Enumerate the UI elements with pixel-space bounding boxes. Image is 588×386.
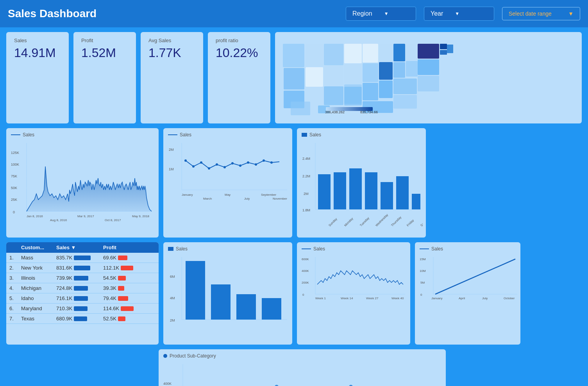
date-range-chevron-icon: ▼ [568, 11, 574, 17]
svg-rect-1 [283, 44, 304, 67]
svg-text:5M: 5M [420, 281, 425, 284]
region-chevron-icon: ▼ [384, 11, 389, 16]
svg-text:50K: 50K [11, 186, 17, 190]
weekly-bar-title-row: Sales [302, 132, 421, 138]
svg-point-61 [184, 159, 187, 162]
svg-rect-4 [306, 44, 323, 66]
svg-rect-16 [379, 44, 393, 61]
category-bar-card: Sales 2M 4M 6M [163, 242, 292, 345]
charts-row3: Product Sub-Category 0 200K 400K Profit [6, 349, 582, 386]
page-title: Sales Dashboard [8, 7, 338, 20]
svg-text:0: 0 [420, 293, 422, 297]
svg-rect-93 [396, 176, 409, 209]
svg-text:200K: 200K [302, 281, 309, 284]
table-row: 7. Texas 680.9K 52.5K [6, 314, 159, 324]
svg-rect-111 [236, 294, 256, 320]
table-row: 3. Illinois 739.9K 54.5K [6, 273, 159, 283]
svg-text:1M: 1M [169, 167, 174, 171]
svg-text:Mar 9, 2017: Mar 9, 2017 [77, 214, 94, 218]
svg-text:10M: 10M [420, 269, 426, 273]
svg-rect-92 [381, 182, 393, 209]
scatter-legend-icon [163, 354, 167, 358]
svg-text:Saturday: Saturday [420, 216, 423, 227]
svg-text:600K: 600K [302, 257, 309, 261]
kpi-avg-sales: Avg Sales 1.77K [141, 32, 203, 123]
date-range-button[interactable]: Select date range ▼ [502, 7, 580, 20]
svg-rect-109 [186, 261, 205, 320]
table-body: 1. Mass 835.7K 69.6K 2. New York 831.6K … [6, 253, 159, 324]
monthly-legend-icon [168, 134, 177, 135]
table-row: 5. Idaho 716.1K 79.4K [6, 293, 159, 304]
svg-rect-21 [406, 44, 418, 60]
svg-point-70 [255, 163, 257, 166]
svg-text:75K: 75K [11, 174, 17, 178]
cumulative-line-card: Sales 0 5M 10M 15M January April July Oc… [415, 242, 520, 345]
svg-text:6M: 6M [170, 275, 175, 279]
svg-point-66 [223, 166, 226, 168]
us-map-card: 386,438.262 835,734.66 [275, 32, 582, 123]
year-dropdown[interactable]: Year ▼ [424, 7, 494, 21]
year-chevron-icon: ▼ [455, 11, 459, 16]
svg-text:May 9, 2018: May 9, 2018 [132, 214, 150, 218]
svg-rect-24 [418, 59, 439, 75]
table-row: 2. New York 831.6K 112.1K [6, 263, 159, 273]
time-series-legend-icon [11, 134, 20, 135]
svg-text:November: November [273, 197, 287, 200]
svg-point-71 [263, 159, 265, 162]
svg-rect-23 [418, 44, 439, 59]
svg-rect-5 [306, 67, 323, 87]
svg-rect-110 [211, 284, 231, 320]
svg-rect-20 [393, 62, 405, 78]
svg-text:2M: 2M [304, 192, 309, 196]
customer-table-card: Custom... Sales ▼ Profit 1. Mass 835.7K … [6, 242, 159, 345]
svg-text:2.4M: 2.4M [302, 157, 310, 161]
svg-text:Thursday: Thursday [390, 216, 402, 227]
cumulative-title-row: Sales [420, 246, 516, 252]
svg-text:Oct 8, 2017: Oct 8, 2017 [105, 218, 121, 222]
svg-rect-19 [393, 44, 405, 61]
svg-rect-88 [318, 174, 331, 209]
kpi-profit-ratio: profit ratio 10.22% [208, 32, 270, 123]
scatter-svg: 0 200K 400K Profit [163, 360, 443, 386]
region-dropdown[interactable]: Region ▼ [346, 7, 416, 21]
svg-point-68 [239, 164, 241, 167]
svg-text:Wednesday: Wednesday [375, 213, 389, 227]
time-series-svg: 0 25K 50K 75K 100K 125K [11, 139, 154, 225]
svg-rect-112 [262, 298, 281, 320]
weekly-bar-legend-icon [302, 133, 307, 137]
main-content: Sales 14.91M Profit 1.52M Avg Sales 1.77… [0, 27, 588, 386]
svg-text:4M: 4M [170, 296, 175, 300]
svg-text:2M: 2M [170, 318, 175, 322]
svg-rect-13 [363, 44, 378, 63]
svg-text:400K: 400K [163, 382, 172, 386]
svg-text:Monday: Monday [343, 217, 354, 227]
svg-rect-89 [334, 172, 346, 209]
svg-rect-7 [324, 66, 343, 86]
svg-rect-30 [440, 50, 447, 55]
svg-point-69 [247, 161, 249, 164]
svg-text:400K: 400K [302, 269, 309, 273]
monthly-svg: 1M 2M January [168, 139, 289, 204]
svg-text:May: May [225, 193, 231, 197]
svg-text:March: March [203, 197, 212, 200]
svg-rect-10 [344, 64, 362, 84]
svg-rect-9 [344, 44, 362, 63]
svg-text:100K: 100K [11, 163, 19, 166]
svg-text:386,438.262: 386,438.262 [325, 110, 345, 114]
charts-row1: Sales 0 25K 50K 75K 100K 125K [6, 128, 582, 238]
svg-rect-27 [393, 95, 417, 109]
weekly-line-legend-icon [302, 248, 311, 249]
svg-rect-32 [291, 102, 310, 115]
scatter-card: Product Sub-Category 0 200K 400K Profit [159, 349, 446, 386]
monthly-chart-card: Sales 1M 2M [163, 128, 292, 238]
category-bar-legend-icon [168, 247, 173, 251]
svg-rect-22 [406, 61, 418, 77]
svg-rect-91 [365, 172, 377, 209]
svg-text:2.2M: 2.2M [302, 174, 310, 178]
svg-text:Jan 8, 2016: Jan 8, 2016 [27, 214, 43, 218]
weekly-line-title-row: Sales [302, 246, 406, 252]
svg-text:January: January [182, 193, 193, 197]
svg-text:Week 27: Week 27 [366, 297, 379, 300]
svg-rect-90 [349, 168, 362, 209]
svg-text:Sunday: Sunday [328, 217, 338, 227]
